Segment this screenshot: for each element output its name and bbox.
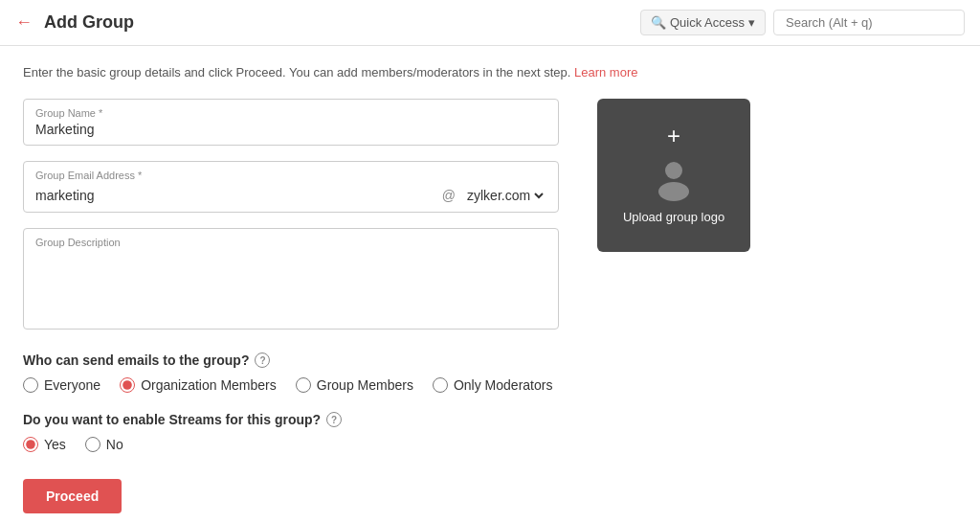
radio-org-members[interactable] bbox=[120, 377, 135, 393]
person-silhouette-icon bbox=[651, 155, 697, 201]
header-right: 🔍 Quick Access ▾ bbox=[640, 10, 965, 35]
back-button[interactable]: ← bbox=[15, 12, 33, 33]
radio-option-group-members[interactable]: Group Members bbox=[296, 377, 413, 393]
subtitle: Enter the basic group details and click … bbox=[23, 65, 957, 80]
streams-help-icon[interactable]: ? bbox=[326, 412, 342, 427]
group-description-label: Group Description bbox=[35, 237, 546, 248]
svg-point-1 bbox=[658, 182, 689, 201]
learn-more-link[interactable]: Learn more bbox=[574, 65, 637, 80]
streams-question: Do you want to enable Streams for this g… bbox=[23, 412, 559, 427]
domain-select-dropdown[interactable]: zylker.com bbox=[463, 187, 546, 204]
radio-group-members-label: Group Members bbox=[317, 377, 413, 393]
radio-group-members[interactable] bbox=[296, 377, 311, 393]
search-input[interactable] bbox=[773, 10, 965, 35]
at-sign: @ bbox=[442, 188, 456, 203]
search-icon: 🔍 bbox=[651, 15, 666, 30]
svg-point-0 bbox=[665, 162, 682, 179]
form-section: Group Name * Group Email Address * @ zyl… bbox=[23, 99, 559, 513]
main-content: Enter the basic group details and click … bbox=[0, 46, 980, 523]
email-input-row: @ zylker.com bbox=[24, 183, 558, 212]
radio-option-yes[interactable]: Yes bbox=[23, 437, 66, 452]
domain-selector[interactable]: zylker.com bbox=[463, 187, 546, 204]
send-emails-help-icon[interactable]: ? bbox=[255, 352, 270, 368]
radio-only-moderators-label: Only Moderators bbox=[454, 377, 552, 393]
radio-option-org-members[interactable]: Organization Members bbox=[120, 377, 277, 393]
send-emails-section: Who can send emails to the group? ? Ever… bbox=[23, 352, 559, 393]
logo-upload-button[interactable]: + Upload group logo bbox=[597, 99, 750, 252]
radio-no-label: No bbox=[106, 437, 123, 452]
radio-yes-label: Yes bbox=[44, 437, 66, 452]
group-name-input[interactable] bbox=[35, 122, 546, 137]
group-name-field: Group Name * bbox=[23, 99, 559, 146]
radio-option-no[interactable]: No bbox=[85, 437, 123, 452]
group-description-input[interactable] bbox=[35, 251, 546, 318]
group-email-label: Group Email Address * bbox=[24, 162, 558, 183]
group-description-field: Group Description bbox=[23, 228, 559, 330]
radio-everyone[interactable] bbox=[23, 377, 38, 393]
logo-upload-label: Upload group logo bbox=[623, 209, 724, 226]
radio-org-members-label: Organization Members bbox=[141, 377, 277, 393]
chevron-down-icon: ▾ bbox=[748, 15, 755, 30]
logo-area: + Upload group logo bbox=[597, 99, 750, 513]
group-email-field: Group Email Address * @ zylker.com bbox=[23, 161, 559, 213]
group-email-input[interactable] bbox=[35, 188, 434, 203]
radio-yes[interactable] bbox=[23, 437, 38, 452]
proceed-button[interactable]: Proceed bbox=[23, 479, 122, 513]
quick-access-label: Quick Access bbox=[670, 15, 745, 30]
quick-access-button[interactable]: 🔍 Quick Access ▾ bbox=[640, 10, 766, 35]
radio-option-everyone[interactable]: Everyone bbox=[23, 377, 100, 393]
radio-no[interactable] bbox=[85, 437, 100, 452]
radio-option-only-moderators[interactable]: Only Moderators bbox=[433, 377, 552, 393]
streams-options: Yes No bbox=[23, 437, 559, 452]
content-area: Group Name * Group Email Address * @ zyl… bbox=[23, 99, 957, 513]
send-emails-options: Everyone Organization Members Group Memb… bbox=[23, 377, 559, 393]
plus-icon: + bbox=[667, 125, 680, 148]
radio-everyone-label: Everyone bbox=[44, 377, 100, 393]
streams-section: Do you want to enable Streams for this g… bbox=[23, 412, 559, 452]
page-title: Add Group bbox=[44, 12, 134, 33]
radio-only-moderators[interactable] bbox=[433, 377, 448, 393]
header: ← Add Group 🔍 Quick Access ▾ bbox=[0, 0, 980, 46]
group-name-label: Group Name * bbox=[35, 107, 546, 119]
header-left: ← Add Group bbox=[15, 12, 134, 33]
send-emails-question: Who can send emails to the group? ? bbox=[23, 352, 559, 368]
